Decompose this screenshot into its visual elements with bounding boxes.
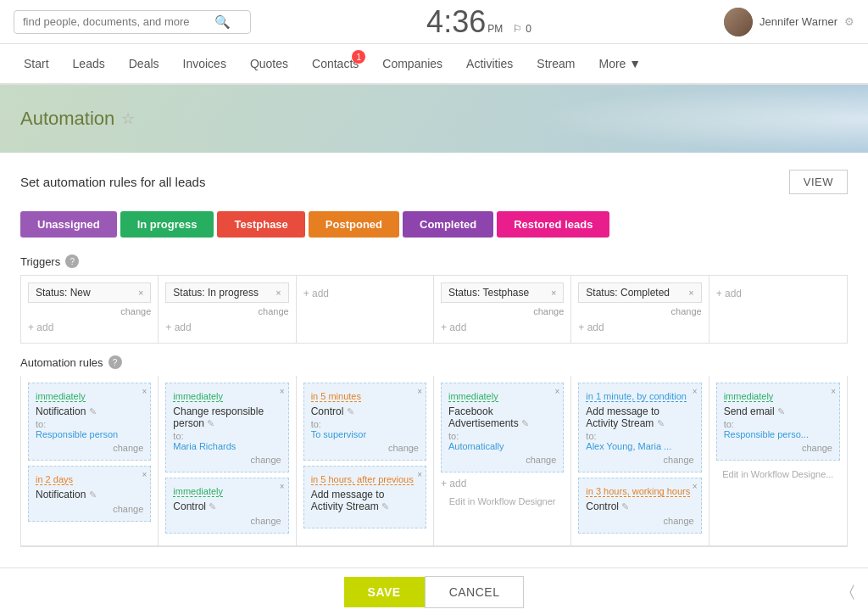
flag-area: ⚐ 0: [513, 23, 531, 35]
rule-change-4-1[interactable]: change: [448, 455, 556, 465]
rule-change-5-2[interactable]: change: [586, 516, 693, 526]
view-button[interactable]: VIEW: [789, 170, 848, 194]
nav-item-activities[interactable]: Activities: [456, 45, 523, 82]
trigger-close-1[interactable]: ×: [138, 288, 143, 298]
nav-item-deals[interactable]: Deals: [119, 45, 170, 82]
status-completed[interactable]: Completed: [403, 211, 493, 238]
nav-item-invoices[interactable]: Invoices: [173, 45, 236, 82]
rule-change-6-1[interactable]: change: [724, 443, 832, 453]
rule-name-3-2: Add message to Activity Stream ✎: [311, 489, 419, 512]
flag-icon: ⚐: [513, 23, 522, 35]
rule-card-2-1-close[interactable]: ×: [280, 387, 285, 396]
rule-to-5-1: to:: [586, 431, 693, 441]
rule-card-2-1[interactable]: × immediately Change responsible person …: [165, 383, 288, 472]
rule-card-5-2-close[interactable]: ×: [693, 482, 698, 491]
star-icon[interactable]: ☆: [121, 109, 135, 128]
rule-change-3-1[interactable]: change: [311, 443, 419, 453]
rule-card-1-2-close[interactable]: ×: [142, 470, 147, 479]
rule-card-5-2[interactable]: × in 3 hours, working hours Control ✎ ch…: [578, 478, 701, 534]
rule-change-1-1[interactable]: change: [36, 443, 143, 453]
nav-item-companies[interactable]: Companies: [372, 45, 453, 82]
rule-change-5-1[interactable]: change: [586, 455, 693, 465]
rule-timing-4-1[interactable]: immediately: [448, 391, 498, 402]
nav-item-start[interactable]: Start: [14, 45, 59, 82]
rule-card-1-1-close[interactable]: ×: [142, 387, 147, 396]
search-input[interactable]: [23, 15, 209, 28]
trigger-change-4[interactable]: change: [441, 306, 564, 316]
rule-target-1-1[interactable]: Responsible person: [36, 429, 143, 439]
rule-target-2-1[interactable]: Maria Richards: [173, 441, 281, 451]
trigger-add-6[interactable]: + add: [716, 288, 840, 299]
rule-timing-3-2[interactable]: in 5 hours, after previous: [311, 474, 414, 485]
trigger-close-4[interactable]: ×: [551, 288, 556, 298]
trigger-add-1[interactable]: + add: [28, 321, 151, 333]
search-box[interactable]: 🔍: [14, 10, 251, 34]
rule-card-2-2-close[interactable]: ×: [280, 482, 285, 491]
rule-target-4-1[interactable]: Automatically: [448, 441, 556, 451]
status-restored[interactable]: Restored leads: [497, 211, 609, 238]
rule-card-3-1[interactable]: × in 5 minutes Control ✎ to: To supervis…: [303, 383, 426, 461]
rule-timing-1-2[interactable]: in 2 days: [36, 474, 73, 485]
trigger-change-1[interactable]: change: [28, 306, 151, 316]
edit-workflow-4[interactable]: Edit in Workflow Designer: [441, 493, 564, 510]
status-postponed[interactable]: Postponed: [309, 211, 399, 238]
trigger-cell-6: + add: [709, 276, 847, 344]
rule-change-1-2[interactable]: change: [36, 504, 143, 514]
nav-item-contacts[interactable]: Contacts 1: [302, 45, 369, 82]
cancel-button[interactable]: CANCEL: [425, 576, 525, 608]
rule-add-4[interactable]: + add: [441, 478, 564, 489]
rule-card-5-1[interactable]: × in 1 minute, by condition Add message …: [578, 383, 701, 472]
rule-card-4-1-close[interactable]: ×: [554, 387, 559, 396]
trigger-close-5[interactable]: ×: [688, 288, 693, 298]
trigger-close-2[interactable]: ×: [275, 288, 281, 298]
triggers-help-icon[interactable]: ?: [65, 254, 79, 268]
edit-workflow-3-2[interactable]: [311, 514, 419, 521]
rule-card-1-2[interactable]: × in 2 days Notification ✎ change: [28, 466, 151, 522]
rule-card-3-1-close[interactable]: ×: [417, 387, 422, 396]
rule-target-3-1[interactable]: To supervisor: [311, 429, 419, 439]
rule-card-4-1[interactable]: × immediately Facebook Advertisements ✎ …: [441, 383, 564, 472]
status-unassigned[interactable]: Unassigned: [20, 211, 117, 238]
rule-card-3-2[interactable]: × in 5 hours, after previous Add message…: [303, 466, 426, 528]
rule-card-3-2-close[interactable]: ×: [417, 470, 422, 479]
main-content: Set automation rules for all leads VIEW …: [0, 153, 868, 567]
trigger-add-4[interactable]: + add: [441, 321, 564, 333]
trigger-tag-2: Status: In progress ×: [165, 282, 288, 303]
rule-target-6-1[interactable]: Responsible perso...: [724, 429, 832, 439]
rule-timing-6-1[interactable]: immediately: [724, 391, 774, 402]
rule-timing-2-2[interactable]: immediately: [173, 486, 223, 497]
status-inprogress[interactable]: In progress: [120, 211, 214, 238]
trigger-add-5[interactable]: + add: [578, 321, 701, 333]
user-name: Jennifer Warner: [760, 15, 837, 28]
nav-item-leads[interactable]: Leads: [63, 45, 115, 82]
trigger-tag-1-text: Status: New: [36, 287, 91, 299]
user-settings-icon[interactable]: ⚙: [844, 15, 854, 28]
rule-timing-5-1[interactable]: in 1 minute, by condition: [586, 391, 687, 402]
rule-card-1-1[interactable]: × immediately Notification ✎ to: Respons…: [28, 383, 151, 461]
rule-timing-5-2[interactable]: in 3 hours, working hours: [586, 486, 690, 497]
rule-card-5-1-close[interactable]: ×: [693, 387, 698, 396]
top-bar: 🔍 4:36 PM ⚐ 0 Jennifer Warner ⚙: [0, 0, 868, 44]
rule-change-2-1[interactable]: change: [173, 455, 281, 465]
rule-change-2-2[interactable]: change: [173, 516, 281, 526]
rule-target-5-1[interactable]: Alex Young, Maria ...: [586, 441, 693, 451]
nav-item-stream[interactable]: Stream: [526, 45, 585, 82]
rule-name-2-2: Control ✎: [173, 500, 281, 512]
nav-item-more[interactable]: More ▼: [588, 45, 651, 82]
rules-help-icon[interactable]: ?: [108, 355, 122, 369]
trigger-change-5[interactable]: change: [578, 306, 701, 316]
rule-card-6-1-close[interactable]: ×: [831, 387, 836, 396]
status-testphase[interactable]: Testphase: [217, 211, 304, 238]
nav-item-quotes[interactable]: Quotes: [240, 45, 298, 82]
trigger-add-2[interactable]: + add: [165, 321, 288, 333]
trigger-change-2[interactable]: change: [165, 306, 288, 316]
rule-card-2-2[interactable]: × immediately Control ✎ change: [165, 478, 288, 534]
rule-card-6-1[interactable]: × immediately Send email ✎ to: Responsib…: [716, 383, 840, 461]
rule-timing-1-1[interactable]: immediately: [36, 391, 86, 402]
rule-timing-3-1[interactable]: in 5 minutes: [311, 391, 361, 402]
trigger-add-3[interactable]: + add: [303, 288, 426, 299]
save-button[interactable]: SAVE: [344, 577, 425, 607]
edit-workflow-6[interactable]: Edit in Workflow Designe...: [716, 466, 840, 483]
rule-timing-2-1[interactable]: immediately: [173, 391, 223, 402]
rule-name-6-1: Send email ✎: [724, 405, 832, 417]
